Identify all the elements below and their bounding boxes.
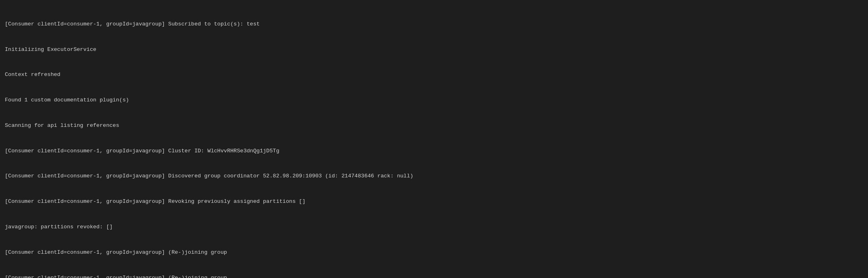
console-line-4: Found 1 custom documentation plugin(s) — [5, 96, 863, 105]
console-line-10: [Consumer clientId=consumer-1, groupId=j… — [5, 249, 863, 257]
console-line-5: Scanning for api listing references — [5, 122, 863, 130]
console-line-9: javagroup: partitions revoked: [] — [5, 223, 863, 232]
console-line-11: [Consumer clientId=consumer-1, groupId=j… — [5, 274, 863, 278]
console-line-7: [Consumer clientId=consumer-1, groupId=j… — [5, 172, 863, 181]
console-output: [Consumer clientId=consumer-1, groupId=j… — [5, 3, 863, 278]
console-line-2: Initializing ExecutorService — [5, 46, 863, 54]
console-line-1: [Consumer clientId=consumer-1, groupId=j… — [5, 20, 863, 29]
console-line-8: [Consumer clientId=consumer-1, groupId=j… — [5, 198, 863, 206]
console-line-6: [Consumer clientId=consumer-1, groupId=j… — [5, 147, 863, 156]
console-line-3: Context refreshed — [5, 71, 863, 79]
